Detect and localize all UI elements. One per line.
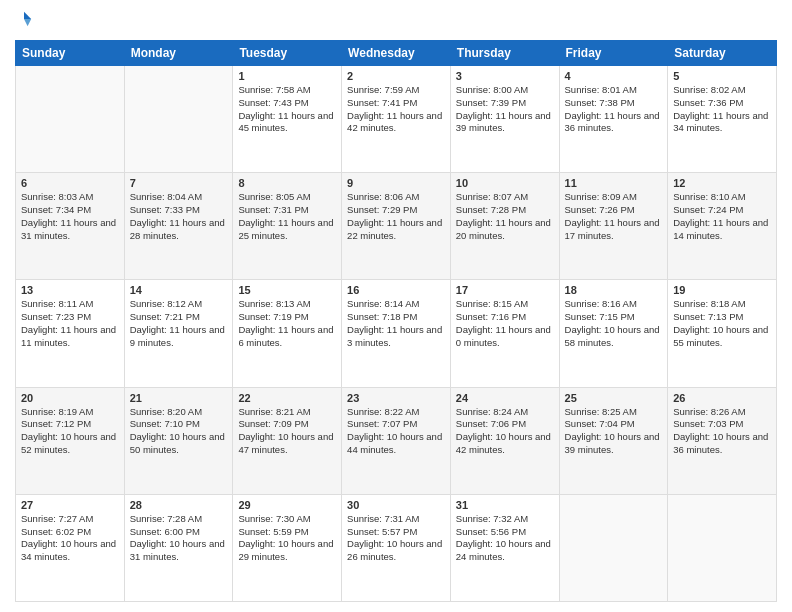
day-number: 23 (347, 392, 445, 404)
day-number: 21 (130, 392, 228, 404)
day-number: 7 (130, 177, 228, 189)
day-number: 28 (130, 499, 228, 511)
day-info: Sunrise: 8:18 AM Sunset: 7:13 PM Dayligh… (673, 298, 771, 349)
day-info: Sunrise: 8:25 AM Sunset: 7:04 PM Dayligh… (565, 406, 663, 457)
calendar-cell: 28Sunrise: 7:28 AM Sunset: 6:00 PM Dayli… (124, 494, 233, 601)
weekday-sunday: Sunday (16, 41, 125, 66)
day-info: Sunrise: 8:11 AM Sunset: 7:23 PM Dayligh… (21, 298, 119, 349)
week-row-3: 13Sunrise: 8:11 AM Sunset: 7:23 PM Dayli… (16, 280, 777, 387)
calendar-cell: 9Sunrise: 8:06 AM Sunset: 7:29 PM Daylig… (342, 173, 451, 280)
day-number: 4 (565, 70, 663, 82)
calendar-cell: 12Sunrise: 8:10 AM Sunset: 7:24 PM Dayli… (668, 173, 777, 280)
day-info: Sunrise: 8:19 AM Sunset: 7:12 PM Dayligh… (21, 406, 119, 457)
calendar-cell: 30Sunrise: 7:31 AM Sunset: 5:57 PM Dayli… (342, 494, 451, 601)
day-info: Sunrise: 8:16 AM Sunset: 7:15 PM Dayligh… (565, 298, 663, 349)
calendar-cell: 19Sunrise: 8:18 AM Sunset: 7:13 PM Dayli… (668, 280, 777, 387)
day-info: Sunrise: 7:27 AM Sunset: 6:02 PM Dayligh… (21, 513, 119, 564)
week-row-4: 20Sunrise: 8:19 AM Sunset: 7:12 PM Dayli… (16, 387, 777, 494)
day-number: 11 (565, 177, 663, 189)
day-number: 18 (565, 284, 663, 296)
day-info: Sunrise: 8:20 AM Sunset: 7:10 PM Dayligh… (130, 406, 228, 457)
calendar-cell: 6Sunrise: 8:03 AM Sunset: 7:34 PM Daylig… (16, 173, 125, 280)
day-info: Sunrise: 8:21 AM Sunset: 7:09 PM Dayligh… (238, 406, 336, 457)
day-number: 9 (347, 177, 445, 189)
day-info: Sunrise: 8:06 AM Sunset: 7:29 PM Dayligh… (347, 191, 445, 242)
calendar-cell: 23Sunrise: 8:22 AM Sunset: 7:07 PM Dayli… (342, 387, 451, 494)
day-info: Sunrise: 8:03 AM Sunset: 7:34 PM Dayligh… (21, 191, 119, 242)
calendar-cell: 3Sunrise: 8:00 AM Sunset: 7:39 PM Daylig… (450, 66, 559, 173)
calendar-cell: 31Sunrise: 7:32 AM Sunset: 5:56 PM Dayli… (450, 494, 559, 601)
weekday-saturday: Saturday (668, 41, 777, 66)
calendar-cell: 18Sunrise: 8:16 AM Sunset: 7:15 PM Dayli… (559, 280, 668, 387)
calendar-cell (559, 494, 668, 601)
day-info: Sunrise: 7:59 AM Sunset: 7:41 PM Dayligh… (347, 84, 445, 135)
week-row-1: 1Sunrise: 7:58 AM Sunset: 7:43 PM Daylig… (16, 66, 777, 173)
calendar-cell: 15Sunrise: 8:13 AM Sunset: 7:19 PM Dayli… (233, 280, 342, 387)
day-info: Sunrise: 8:07 AM Sunset: 7:28 PM Dayligh… (456, 191, 554, 242)
calendar-cell (124, 66, 233, 173)
weekday-wednesday: Wednesday (342, 41, 451, 66)
day-number: 14 (130, 284, 228, 296)
day-number: 20 (21, 392, 119, 404)
weekday-friday: Friday (559, 41, 668, 66)
day-info: Sunrise: 8:04 AM Sunset: 7:33 PM Dayligh… (130, 191, 228, 242)
day-number: 29 (238, 499, 336, 511)
svg-marker-1 (24, 19, 31, 26)
day-number: 2 (347, 70, 445, 82)
day-info: Sunrise: 8:24 AM Sunset: 7:06 PM Dayligh… (456, 406, 554, 457)
calendar-cell: 22Sunrise: 8:21 AM Sunset: 7:09 PM Dayli… (233, 387, 342, 494)
day-info: Sunrise: 7:31 AM Sunset: 5:57 PM Dayligh… (347, 513, 445, 564)
calendar-cell: 13Sunrise: 8:11 AM Sunset: 7:23 PM Dayli… (16, 280, 125, 387)
week-row-2: 6Sunrise: 8:03 AM Sunset: 7:34 PM Daylig… (16, 173, 777, 280)
day-number: 1 (238, 70, 336, 82)
day-number: 5 (673, 70, 771, 82)
day-number: 3 (456, 70, 554, 82)
header (15, 10, 777, 32)
calendar-cell: 8Sunrise: 8:05 AM Sunset: 7:31 PM Daylig… (233, 173, 342, 280)
day-info: Sunrise: 8:12 AM Sunset: 7:21 PM Dayligh… (130, 298, 228, 349)
day-number: 31 (456, 499, 554, 511)
calendar-cell: 14Sunrise: 8:12 AM Sunset: 7:21 PM Dayli… (124, 280, 233, 387)
day-info: Sunrise: 7:58 AM Sunset: 7:43 PM Dayligh… (238, 84, 336, 135)
calendar-cell: 20Sunrise: 8:19 AM Sunset: 7:12 PM Dayli… (16, 387, 125, 494)
day-number: 8 (238, 177, 336, 189)
weekday-header-row: SundayMondayTuesdayWednesdayThursdayFrid… (16, 41, 777, 66)
calendar-cell: 17Sunrise: 8:15 AM Sunset: 7:16 PM Dayli… (450, 280, 559, 387)
weekday-monday: Monday (124, 41, 233, 66)
day-number: 19 (673, 284, 771, 296)
calendar-cell: 24Sunrise: 8:24 AM Sunset: 7:06 PM Dayli… (450, 387, 559, 494)
calendar-cell: 16Sunrise: 8:14 AM Sunset: 7:18 PM Dayli… (342, 280, 451, 387)
day-number: 16 (347, 284, 445, 296)
day-info: Sunrise: 8:26 AM Sunset: 7:03 PM Dayligh… (673, 406, 771, 457)
day-info: Sunrise: 8:15 AM Sunset: 7:16 PM Dayligh… (456, 298, 554, 349)
calendar-cell: 21Sunrise: 8:20 AM Sunset: 7:10 PM Dayli… (124, 387, 233, 494)
day-info: Sunrise: 8:02 AM Sunset: 7:36 PM Dayligh… (673, 84, 771, 135)
weekday-thursday: Thursday (450, 41, 559, 66)
day-info: Sunrise: 8:01 AM Sunset: 7:38 PM Dayligh… (565, 84, 663, 135)
day-number: 22 (238, 392, 336, 404)
day-info: Sunrise: 8:22 AM Sunset: 7:07 PM Dayligh… (347, 406, 445, 457)
calendar-cell: 25Sunrise: 8:25 AM Sunset: 7:04 PM Dayli… (559, 387, 668, 494)
calendar-cell: 10Sunrise: 8:07 AM Sunset: 7:28 PM Dayli… (450, 173, 559, 280)
calendar-cell: 7Sunrise: 8:04 AM Sunset: 7:33 PM Daylig… (124, 173, 233, 280)
day-info: Sunrise: 8:00 AM Sunset: 7:39 PM Dayligh… (456, 84, 554, 135)
calendar-cell: 4Sunrise: 8:01 AM Sunset: 7:38 PM Daylig… (559, 66, 668, 173)
logo (15, 10, 35, 32)
day-number: 24 (456, 392, 554, 404)
day-info: Sunrise: 8:13 AM Sunset: 7:19 PM Dayligh… (238, 298, 336, 349)
day-info: Sunrise: 8:14 AM Sunset: 7:18 PM Dayligh… (347, 298, 445, 349)
calendar-cell (668, 494, 777, 601)
day-info: Sunrise: 8:10 AM Sunset: 7:24 PM Dayligh… (673, 191, 771, 242)
day-info: Sunrise: 8:05 AM Sunset: 7:31 PM Dayligh… (238, 191, 336, 242)
weekday-tuesday: Tuesday (233, 41, 342, 66)
calendar-table: SundayMondayTuesdayWednesdayThursdayFrid… (15, 40, 777, 602)
calendar-cell: 5Sunrise: 8:02 AM Sunset: 7:36 PM Daylig… (668, 66, 777, 173)
day-info: Sunrise: 7:32 AM Sunset: 5:56 PM Dayligh… (456, 513, 554, 564)
calendar-cell (16, 66, 125, 173)
day-info: Sunrise: 7:28 AM Sunset: 6:00 PM Dayligh… (130, 513, 228, 564)
svg-marker-0 (24, 12, 31, 19)
calendar-cell: 11Sunrise: 8:09 AM Sunset: 7:26 PM Dayli… (559, 173, 668, 280)
calendar-cell: 1Sunrise: 7:58 AM Sunset: 7:43 PM Daylig… (233, 66, 342, 173)
day-number: 6 (21, 177, 119, 189)
day-number: 26 (673, 392, 771, 404)
